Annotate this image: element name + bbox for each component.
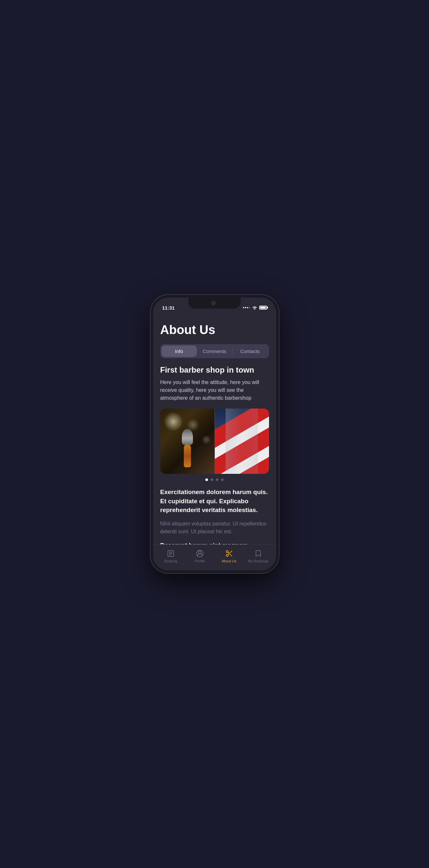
page-title: About Us — [160, 323, 269, 337]
svg-line-9 — [230, 554, 232, 556]
scissors-icon — [225, 549, 234, 558]
bookmarks-icon — [254, 549, 263, 558]
nav-item-my-bookings[interactable]: My Bookings — [244, 549, 273, 563]
nav-label-about: About Us — [222, 559, 236, 563]
body-text-2: Nihil aliquam voluptas pariatur. Ut repe… — [160, 520, 269, 535]
nav-item-about[interactable]: About Us — [214, 549, 244, 563]
tab-info[interactable]: Info — [162, 345, 197, 357]
body-text-3: Deserunt harum sint magnam. Aspernatur e… — [160, 541, 269, 545]
carousel-dot-0[interactable] — [205, 478, 208, 481]
shop-title: First barber shop in town — [160, 365, 269, 375]
profile-icon — [195, 549, 204, 558]
signal-icon — [243, 307, 250, 308]
nav-item-booking[interactable]: Booking — [156, 549, 185, 563]
nav-label-my-bookings: My Bookings — [248, 559, 268, 563]
body-text-1: Exercitationem dolorem harum quis. Et cu… — [160, 488, 269, 515]
svg-point-4 — [198, 551, 201, 554]
top-tab-bar: Info Comments Contacts — [160, 344, 269, 358]
nav-label-booking: Booking — [164, 559, 177, 563]
wifi-icon — [252, 306, 257, 310]
carousel-dots — [160, 478, 269, 481]
tab-comments[interactable]: Comments — [197, 345, 232, 357]
battery-icon — [259, 306, 267, 310]
carousel-dot-2[interactable] — [216, 478, 218, 481]
carousel-image-left — [160, 408, 214, 474]
image-carousel[interactable] — [160, 408, 269, 474]
bottom-navigation: Booking Profile — [153, 545, 276, 570]
nav-item-profile[interactable]: Profile — [185, 549, 214, 563]
phone-notch — [188, 298, 241, 309]
phone-frame: 11:31 About Us Info Comme — [151, 295, 279, 573]
carousel-dot-3[interactable] — [221, 478, 224, 481]
nav-label-profile: Profile — [195, 559, 205, 563]
booking-icon — [166, 549, 175, 558]
shop-description: Here you will feel the attitude, here yo… — [160, 378, 269, 402]
carousel-image-right — [214, 408, 269, 474]
carousel-dot-1[interactable] — [211, 478, 213, 481]
tab-contacts[interactable]: Contacts — [233, 345, 268, 357]
status-time: 11:31 — [162, 305, 175, 311]
camera — [211, 301, 216, 305]
svg-line-10 — [228, 552, 229, 554]
phone-screen[interactable]: About Us Info Comments Contacts First ba… — [153, 314, 276, 545]
status-icons — [243, 306, 267, 310]
